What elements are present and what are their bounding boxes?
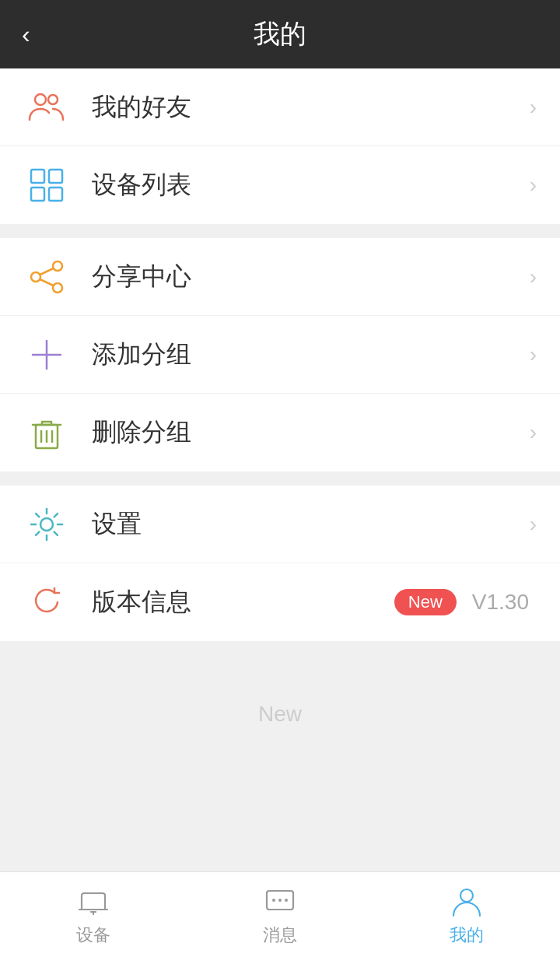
page-title: 我的: [254, 16, 306, 52]
share-icon: [23, 254, 70, 300]
add-group-chevron: ›: [530, 342, 537, 367]
menu-item-settings[interactable]: 设置 ›: [0, 486, 560, 563]
menu-section-1: 我的好友 › 设备列表 ›: [0, 68, 560, 224]
settings-icon: [23, 501, 70, 548]
nav-messages-label: 消息: [263, 924, 297, 947]
svg-point-26: [460, 889, 473, 902]
svg-point-6: [53, 261, 62, 271]
svg-line-10: [40, 279, 54, 286]
settings-chevron: ›: [530, 512, 537, 537]
share-chevron: ›: [530, 265, 537, 289]
friends-icon: [23, 84, 70, 131]
menu-item-version[interactable]: 版本信息 New V1.30: [0, 563, 560, 641]
header: ‹ 我的: [0, 0, 560, 68]
svg-point-8: [53, 283, 62, 293]
svg-point-25: [285, 899, 288, 902]
nav-messages-icon: [262, 883, 298, 919]
friends-chevron: ›: [530, 95, 537, 120]
share-label: 分享中心: [92, 260, 523, 294]
nav-item-devices[interactable]: 设备: [0, 872, 187, 957]
nav-item-mine[interactable]: 我的: [373, 872, 560, 957]
svg-point-23: [272, 899, 275, 902]
menu-item-share[interactable]: 分享中心 ›: [0, 238, 560, 316]
svg-rect-5: [49, 188, 62, 201]
delete-group-label: 删除分组: [92, 415, 523, 450]
new-badge: New: [394, 589, 457, 615]
menu-section-3: 设置 › 版本信息 New V1.30: [0, 486, 560, 641]
menu-item-devices[interactable]: 设备列表 ›: [0, 146, 560, 224]
nav-devices-icon: [75, 883, 111, 919]
svg-rect-2: [31, 170, 44, 183]
svg-point-1: [48, 95, 58, 104]
nav-mine-label: 我的: [450, 924, 484, 947]
menu-item-add-group[interactable]: 添加分组 ›: [0, 316, 560, 394]
ghost-area: New: [0, 655, 560, 856]
svg-point-7: [31, 272, 40, 282]
add-group-label: 添加分组: [92, 338, 523, 372]
version-label: 版本信息: [92, 585, 394, 619]
bottom-navigation: 设备 消息 我的: [0, 871, 560, 957]
svg-point-0: [35, 94, 46, 105]
menu-item-delete-group[interactable]: 删除分组 ›: [0, 394, 560, 471]
svg-line-9: [40, 268, 54, 275]
delete-group-chevron: ›: [530, 420, 537, 445]
friends-label: 我的好友: [92, 90, 523, 124]
svg-rect-3: [49, 170, 62, 183]
version-icon: [23, 579, 70, 626]
menu-section-2: 分享中心 › 添加分组 › 删除分组 ›: [0, 238, 560, 471]
version-number: V1.30: [472, 590, 529, 615]
nav-mine-icon: [449, 883, 485, 919]
devices-chevron: ›: [530, 173, 537, 198]
devices-icon: [23, 162, 70, 209]
menu-item-friends[interactable]: 我的好友 ›: [0, 68, 560, 146]
nav-item-messages[interactable]: 消息: [187, 872, 373, 957]
svg-rect-4: [31, 188, 44, 201]
svg-point-24: [278, 899, 282, 902]
nav-devices-label: 设备: [76, 924, 110, 947]
settings-label: 设置: [92, 507, 523, 542]
add-group-icon: [23, 331, 70, 378]
back-button[interactable]: ‹: [22, 22, 30, 47]
devices-label: 设备列表: [92, 168, 523, 202]
ghost-new-text: New: [258, 702, 302, 727]
delete-group-icon: [23, 409, 70, 456]
svg-point-18: [40, 518, 53, 531]
